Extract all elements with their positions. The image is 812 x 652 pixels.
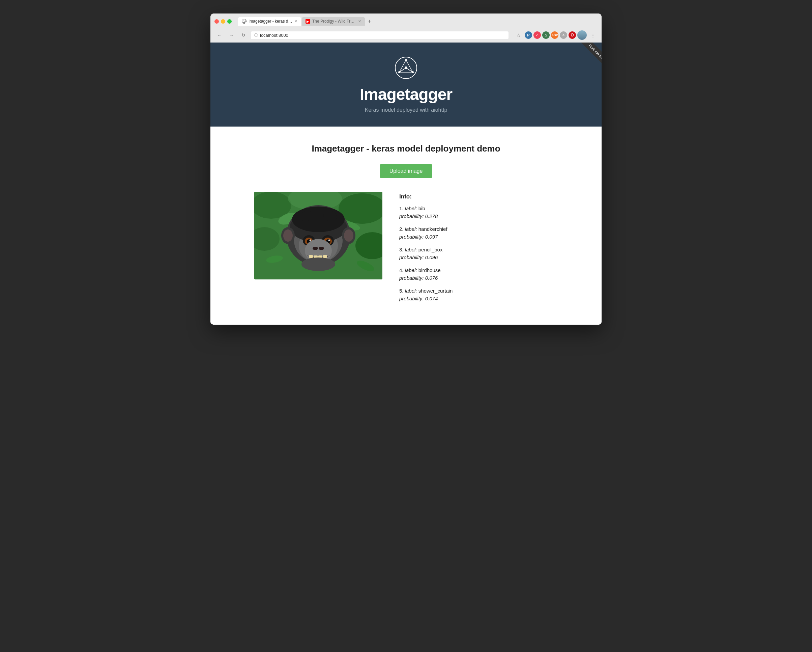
account-icon[interactable]: A: [560, 31, 567, 39]
rank-4: 4.: [399, 267, 404, 273]
pocket-icon[interactable]: ✓: [533, 31, 541, 39]
profile-icon[interactable]: [577, 31, 587, 40]
tab2-close[interactable]: ✕: [358, 19, 361, 24]
svg-point-1: [244, 21, 244, 21]
rank-2: 2.: [399, 226, 404, 232]
svg-point-49: [301, 257, 335, 271]
bookmark-icon[interactable]: ☆: [514, 31, 524, 40]
tab2-title: The Prodigy - Wild Frontier (O: [312, 19, 356, 24]
prob-value-1: 0.278: [425, 213, 438, 219]
prob-1: probability: 0.278: [399, 213, 558, 220]
site-subtitle: Keras model deployed with aiohttp: [217, 107, 595, 113]
prediction-1: 1. label: bib probability: 0.278: [399, 205, 558, 220]
label-prefix-5: label:: [405, 288, 418, 294]
prediction-3: 3. label: pencil_box probability: 0.096: [399, 246, 558, 261]
svg-point-41: [319, 247, 324, 250]
simplenote-icon[interactable]: S: [542, 31, 549, 39]
minimize-button[interactable]: [221, 19, 225, 24]
prob-value-2: 0.097: [425, 234, 438, 240]
svg-point-37: [310, 240, 311, 241]
abp-icon[interactable]: ABP: [551, 31, 559, 39]
python-icon[interactable]: P: [525, 31, 532, 39]
fork-banner[interactable]: Fork me on GitHub: [561, 43, 601, 83]
rank-3: 3.: [399, 247, 404, 253]
prob-3: probability: 0.096: [399, 254, 558, 262]
new-tab-button[interactable]: +: [365, 17, 374, 26]
result-section: Info: 1. label: bib probability: 0.278 2…: [254, 192, 558, 308]
prob-value-4: 0.076: [425, 275, 438, 281]
label-prefix-4: label:: [405, 267, 418, 273]
svg-point-30: [344, 230, 353, 242]
browser-titlebar: Imagetagger - keras deployme ✕ ▶ The Pro…: [211, 14, 601, 28]
label-value-1: bib: [418, 205, 425, 211]
tab-imagetagger[interactable]: Imagetagger - keras deployme ✕: [238, 17, 301, 26]
prob-value-5: 0.074: [425, 295, 438, 302]
opera-icon[interactable]: O: [569, 31, 576, 39]
label-prefix-2: label:: [405, 226, 418, 232]
svg-point-38: [328, 240, 330, 241]
label-value-2: handkerchief: [418, 226, 447, 232]
menu-button[interactable]: ⋮: [588, 31, 598, 40]
svg-line-12: [399, 60, 406, 72]
label-value-3: pencil_box: [418, 247, 443, 253]
uploaded-image: [254, 192, 382, 279]
svg-rect-45: [323, 255, 327, 258]
page-title: Imagetagger - keras model deployment dem…: [224, 144, 588, 154]
prediction-2: 2. label: handkerchief probability: 0.09…: [399, 225, 558, 240]
rank-1: 1.: [399, 205, 404, 211]
prediction-4: 4. label: birdhouse probability: 0.076: [399, 266, 558, 282]
result-info: Info: 1. label: bib probability: 0.278 2…: [399, 192, 558, 308]
tabs-bar: Imagetagger - keras deployme ✕ ▶ The Pro…: [238, 17, 598, 26]
svg-point-40: [313, 247, 318, 250]
label-prefix-3: label:: [405, 247, 418, 253]
reload-button[interactable]: ↻: [239, 31, 248, 40]
browser-controls: Imagetagger - keras deployme ✕ ▶ The Pro…: [214, 17, 598, 26]
prob-4: probability: 0.076: [399, 274, 558, 282]
site-main: Imagetagger - keras model deployment dem…: [211, 127, 601, 324]
info-heading: Info:: [399, 193, 558, 200]
browser-addressbar: ← → ↻ ⓘ localhost:8000 ☆ P ✓ S ABP A O ⋮: [211, 28, 601, 43]
svg-line-10: [406, 60, 413, 72]
maximize-button[interactable]: [227, 19, 232, 24]
prob-2: probability: 0.097: [399, 233, 558, 241]
lock-icon: ⓘ: [254, 33, 258, 38]
site-title: Imagetagger: [217, 85, 595, 104]
tab1-title: Imagetagger - keras deployme: [249, 19, 292, 24]
youtube-favicon: ▶: [305, 19, 310, 24]
prediction-5: 5. label: shower_curtain probability: 0.…: [399, 287, 558, 302]
forward-button[interactable]: →: [227, 31, 236, 40]
back-button[interactable]: ←: [214, 31, 224, 40]
url-text: localhost:8000: [260, 33, 288, 38]
upload-image-button[interactable]: Upload image: [380, 164, 432, 178]
close-button[interactable]: [214, 19, 219, 24]
site-content: Fork me on GitHub Imageta: [211, 43, 601, 324]
svg-rect-42: [309, 255, 313, 258]
site-logo: [394, 56, 418, 80]
address-bar[interactable]: ⓘ localhost:8000: [251, 31, 508, 39]
label-value-4: birdhouse: [418, 267, 441, 273]
rank-5: 5.: [399, 288, 404, 294]
label-prefix-1: label:: [405, 205, 418, 211]
svg-point-28: [283, 230, 293, 242]
browser-toolbar-right: ☆ P ✓ S ABP A O ⋮: [514, 31, 598, 40]
tab1-close[interactable]: ✕: [295, 19, 298, 24]
tab-youtube[interactable]: ▶ The Prodigy - Wild Frontier (O ✕: [301, 17, 365, 26]
prob-value-3: 0.096: [425, 254, 438, 260]
upload-section: Upload image: [224, 164, 588, 178]
imagetagger-favicon: [242, 19, 246, 24]
prob-5: probability: 0.074: [399, 295, 558, 303]
fork-banner-text: Fork me on GitHub: [579, 43, 601, 72]
label-value-5: shower_curtain: [418, 288, 453, 294]
svg-point-46: [292, 207, 345, 232]
browser-window: Imagetagger - keras deployme ✕ ▶ The Pro…: [211, 14, 601, 324]
traffic-lights: [214, 19, 232, 24]
site-header: Fork me on GitHub Imageta: [211, 43, 601, 127]
